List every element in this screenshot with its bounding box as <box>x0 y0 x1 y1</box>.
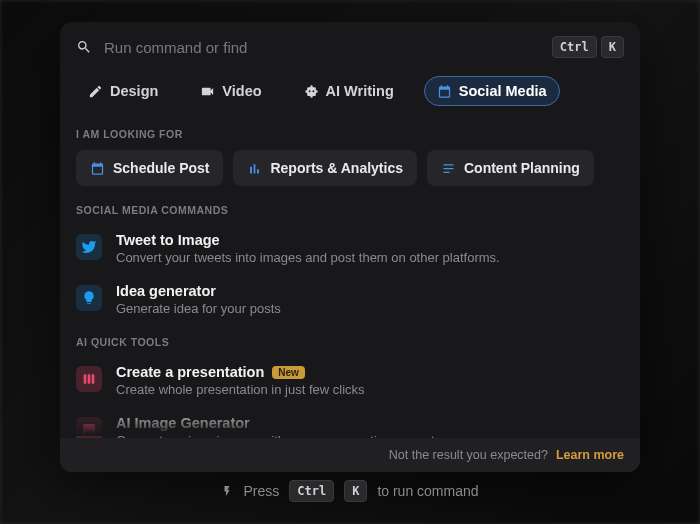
list-icon <box>441 161 456 176</box>
section-looking-for: I AM LOOKING FOR <box>76 128 624 140</box>
tab-label: Social Media <box>459 83 547 99</box>
command-subtitle: Create whole presentation in just few cl… <box>116 382 624 397</box>
command-subtitle: Generate idea for your posts <box>116 301 624 316</box>
category-tabs: Design Video AI Writing Social Media <box>60 72 640 120</box>
tab-label: Design <box>110 83 158 99</box>
command-title: Idea generator <box>116 283 624 299</box>
palette-body: I AM LOOKING FOR Schedule Post Reports &… <box>60 120 640 438</box>
keyboard-hint: Press Ctrl K to run command <box>0 480 700 502</box>
command-text: AI Image Generator Generate unique image… <box>116 415 624 438</box>
chip-reports[interactable]: Reports & Analytics <box>233 150 417 186</box>
search-row: Ctrl K <box>60 22 640 72</box>
command-title: AI Image Generator <box>116 415 624 431</box>
title-text: Create a presentation <box>116 364 264 380</box>
learn-more-link[interactable]: Learn more <box>556 448 624 462</box>
chip-label: Schedule Post <box>113 160 209 176</box>
kbd-ctrl: Ctrl <box>289 480 334 502</box>
tab-social-media[interactable]: Social Media <box>424 76 560 106</box>
command-title: Tweet to Image <box>116 232 624 248</box>
video-icon <box>200 84 215 99</box>
kbd-k: K <box>344 480 367 502</box>
svg-rect-0 <box>84 374 87 383</box>
tool-ai-image-generator[interactable]: AI Image Generator Generate unique image… <box>76 409 624 438</box>
calendar-icon <box>90 161 105 176</box>
bolt-icon <box>221 485 233 497</box>
calendar-icon <box>437 84 452 99</box>
command-tweet-to-image[interactable]: Tweet to Image Convert your tweets into … <box>76 226 624 277</box>
palette-footer: Not the result you expected? Learn more <box>60 438 640 472</box>
svg-rect-2 <box>92 374 95 383</box>
hint-run: to run command <box>377 483 478 499</box>
command-palette: Ctrl K Design Video AI Writing Social Me… <box>60 22 640 472</box>
image-icon <box>76 417 102 438</box>
section-tools: AI QUICK TOOLS <box>76 336 624 348</box>
footer-text: Not the result you expected? <box>389 448 548 462</box>
twitter-icon <box>76 234 102 260</box>
chip-schedule-post[interactable]: Schedule Post <box>76 150 223 186</box>
chip-label: Reports & Analytics <box>270 160 403 176</box>
tab-label: Video <box>222 83 261 99</box>
command-title: Create a presentation New <box>116 364 624 380</box>
command-text: Create a presentation New Create whole p… <box>116 364 624 397</box>
pen-icon <box>88 84 103 99</box>
kbd-ctrl: Ctrl <box>552 36 597 58</box>
chip-content-planning[interactable]: Content Planning <box>427 150 594 186</box>
shortcut-hint: Ctrl K <box>552 36 624 58</box>
section-commands: SOCIAL MEDIA COMMANDS <box>76 204 624 216</box>
hint-press: Press <box>243 483 279 499</box>
tab-design[interactable]: Design <box>76 77 170 105</box>
tab-label: AI Writing <box>326 83 394 99</box>
tool-create-presentation[interactable]: Create a presentation New Create whole p… <box>76 358 624 409</box>
kbd-k: K <box>601 36 624 58</box>
chip-label: Content Planning <box>464 160 580 176</box>
tab-ai-writing[interactable]: AI Writing <box>292 77 406 105</box>
quick-actions-row: Schedule Post Reports & Analytics Conten… <box>76 150 624 186</box>
tab-video[interactable]: Video <box>188 77 273 105</box>
svg-rect-1 <box>88 374 91 383</box>
search-icon <box>76 39 92 55</box>
robot-icon <box>304 84 319 99</box>
chart-icon <box>247 161 262 176</box>
bulb-icon <box>76 285 102 311</box>
command-idea-generator[interactable]: Idea generator Generate idea for your po… <box>76 277 624 328</box>
command-text: Idea generator Generate idea for your po… <box>116 283 624 316</box>
slides-icon <box>76 366 102 392</box>
command-text: Tweet to Image Convert your tweets into … <box>116 232 624 265</box>
new-badge: New <box>272 366 305 379</box>
search-input[interactable] <box>104 39 540 56</box>
command-subtitle: Convert your tweets into images and post… <box>116 250 624 265</box>
